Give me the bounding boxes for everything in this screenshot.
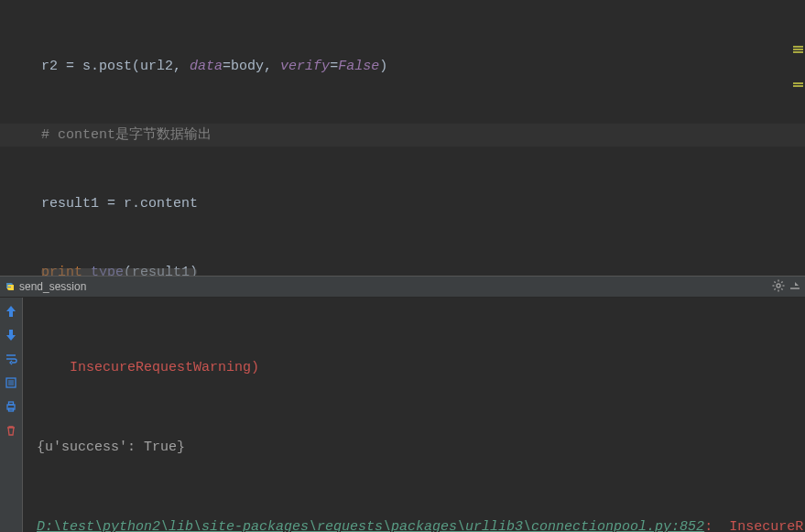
gear-icon[interactable] [772,279,785,295]
svg-line-6 [774,281,775,282]
run-configuration-name: send_session [19,280,86,293]
console-line: InsecureRequestWarning) [37,354,805,381]
svg-line-7 [781,288,782,289]
scroll-to-end-icon[interactable] [3,375,19,391]
svg-line-8 [774,288,775,289]
arrow-up-icon[interactable] [3,303,19,320]
console-line: {u'success': True} [37,434,805,461]
code-content: r2 = s.post(url2, data=body, verify=Fals… [0,0,805,276]
svg-line-9 [781,281,782,282]
code-line: r2 = s.post(url2, data=body, verify=Fals… [41,55,805,78]
code-line-highlighted: # content是字节数据输出 [0,124,805,147]
hide-tool-window-icon[interactable] [789,279,801,295]
code-editor[interactable]: r2 = s.post(url2, data=body, verify=Fals… [0,0,805,276]
arrow-down-icon[interactable] [3,327,19,343]
console-toolbar [0,298,23,532]
code-line: result1 = r.content [41,192,805,215]
soft-wrap-icon[interactable] [3,351,19,367]
svg-point-1 [777,284,780,288]
trash-icon[interactable] [3,422,19,439]
console-line: D:\test\python2\lib\site-packages\reques… [37,514,805,532]
svg-rect-12 [9,402,14,405]
editor-marker-gutter [792,0,805,276]
run-console[interactable]: InsecureRequestWarning) {u'success': Tru… [0,298,805,532]
run-tool-window-header[interactable]: send_session [0,276,805,298]
print-icon[interactable] [3,398,19,415]
horizontal-scrollbar[interactable] [41,268,197,276]
python-file-icon [3,279,17,294]
console-output[interactable]: InsecureRequestWarning) {u'success': Tru… [27,301,805,532]
